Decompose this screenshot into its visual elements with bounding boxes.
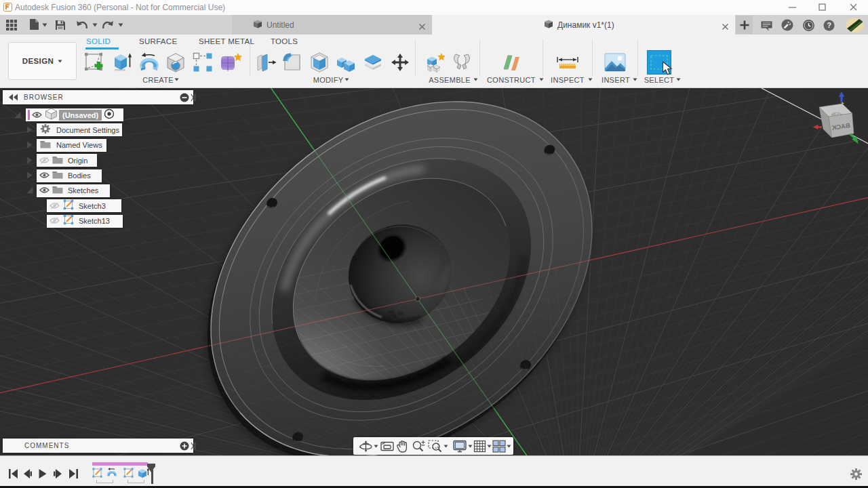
timeline-play-icon[interactable]	[38, 468, 47, 479]
construct-plane-icon[interactable]	[500, 52, 523, 73]
window-minimize-icon[interactable]	[788, 3, 797, 12]
dropdown-caret-icon[interactable]	[468, 445, 473, 448]
dropdown-caret-icon[interactable]	[58, 60, 62, 63]
panel-add-icon[interactable]	[180, 441, 189, 451]
collapsed-arrow-icon[interactable]	[26, 125, 33, 134]
visible-eye-icon[interactable]	[39, 171, 50, 179]
extrude-icon[interactable]	[111, 51, 133, 73]
comments-panel-header[interactable]: COMMENTS	[3, 439, 193, 453]
dropdown-caret-icon[interactable]	[374, 445, 378, 448]
app-grid-icon[interactable]	[6, 20, 17, 30]
panel-minimize-icon[interactable]	[180, 93, 189, 102]
save-icon[interactable]	[55, 20, 66, 30]
dropdown-caret-icon[interactable]	[42, 23, 47, 27]
dropdown-caret-icon[interactable]	[539, 78, 544, 81]
new-component-icon[interactable]	[425, 52, 448, 73]
timeline-settings-gear-icon[interactable]	[850, 468, 863, 481]
grid-settings-icon[interactable]	[473, 440, 486, 453]
dropdown-caret-icon[interactable]	[443, 445, 448, 448]
hidden-eye-icon[interactable]	[39, 157, 50, 164]
joint-icon[interactable]	[450, 52, 473, 73]
origin-marker[interactable]	[416, 297, 420, 302]
help-icon[interactable]: ?	[823, 20, 835, 31]
document-tab-untitled[interactable]: Untitled	[232, 15, 432, 35]
ribbon-tab-solid[interactable]: SOLID	[86, 37, 111, 45]
visible-eye-icon[interactable]	[32, 111, 42, 119]
window-maximize-icon[interactable]	[818, 3, 827, 12]
dropdown-caret-icon[interactable]	[633, 78, 637, 81]
timeline-sketch-icon[interactable]	[123, 467, 134, 479]
comment-icon[interactable]	[761, 21, 772, 31]
workspace-selector[interactable]: DESIGN	[8, 42, 77, 80]
measure-icon[interactable]	[555, 52, 580, 73]
new-tab-plus-icon[interactable]	[739, 20, 750, 30]
close-icon[interactable]	[418, 23, 426, 30]
browser-row-sketch3[interactable]: Sketch3	[47, 199, 121, 212]
dropdown-caret-icon[interactable]	[473, 78, 478, 81]
undo-icon[interactable]	[76, 20, 88, 30]
browser-panel-header[interactable]: BROWSER	[3, 90, 193, 104]
timeline-skip-end-icon[interactable]	[68, 468, 79, 479]
close-icon[interactable]	[722, 23, 729, 30]
split-body-icon[interactable]	[362, 52, 384, 73]
display-settings-icon[interactable]	[452, 440, 467, 453]
group-label-inspect[interactable]: INSPECT	[551, 76, 585, 84]
fillet-icon[interactable]	[281, 52, 303, 73]
browser-row-sketch13[interactable]: Sketch13	[47, 215, 123, 228]
dropdown-caret-icon[interactable]	[588, 78, 593, 81]
browser-row-root[interactable]: (Unsaved)	[26, 108, 123, 121]
collapsed-arrow-icon[interactable]	[26, 171, 33, 180]
ribbon-tab-sheet-metal[interactable]: SHEET METAL	[199, 37, 254, 45]
group-label-select[interactable]: SELECT	[644, 76, 675, 84]
window-close-icon[interactable]	[849, 3, 858, 12]
browser-row-origin[interactable]: Origin	[37, 154, 97, 167]
history-clock-icon[interactable]	[803, 20, 814, 31]
look-at-icon[interactable]	[380, 441, 394, 452]
collapse-panel-icon[interactable]	[8, 94, 18, 101]
browser-row-sketches[interactable]: Sketches	[37, 184, 110, 197]
dropdown-caret-icon[interactable]	[118, 23, 123, 27]
shell-icon[interactable]	[309, 52, 330, 73]
create-sketch-icon[interactable]	[84, 52, 106, 73]
revolve-icon[interactable]	[138, 52, 161, 73]
dropdown-caret-icon[interactable]	[344, 78, 349, 81]
browser-row-bodies[interactable]: Bodies	[37, 169, 102, 182]
ribbon-tab-tools[interactable]: TOOLS	[271, 37, 298, 45]
timeline-sketch-icon[interactable]	[92, 467, 103, 479]
file-icon[interactable]	[28, 18, 40, 30]
press-pull-icon[interactable]	[255, 52, 277, 73]
hidden-eye-icon[interactable]	[50, 217, 60, 224]
hole-icon[interactable]	[165, 52, 186, 73]
dropdown-caret-icon[interactable]	[174, 78, 179, 81]
avatar-image[interactable]	[846, 18, 864, 33]
panel-grip-icon[interactable]	[191, 441, 196, 451]
dropdown-caret-icon[interactable]	[487, 445, 492, 448]
combine-icon[interactable]	[335, 52, 357, 73]
create-form-icon[interactable]	[218, 52, 243, 73]
zoom-window-icon[interactable]	[428, 440, 443, 453]
new-tab-button[interactable]	[736, 16, 753, 34]
group-label-construct[interactable]: CONSTRUCT	[487, 76, 536, 84]
document-tab-active[interactable]: Динамик v1*(1)	[432, 15, 735, 35]
browser-row-document-settings[interactable]: Document Settings	[37, 123, 122, 136]
dropdown-caret-icon[interactable]	[507, 445, 511, 448]
expanded-arrow-icon[interactable]	[25, 186, 34, 195]
timeline-step-back-icon[interactable]	[22, 468, 33, 479]
browser-row-named-views[interactable]: Named Views	[37, 139, 106, 152]
expanded-arrow-icon[interactable]	[13, 110, 22, 119]
group-label-modify[interactable]: MODIFY	[313, 76, 344, 84]
orbit-icon[interactable]	[359, 440, 373, 453]
timeline-step-forward-icon[interactable]	[53, 468, 64, 479]
timeline-revolve-icon[interactable]	[106, 467, 118, 479]
timeline-skip-start-icon[interactable]	[8, 468, 18, 479]
visible-eye-icon[interactable]	[39, 186, 50, 194]
insert-image-icon[interactable]	[604, 52, 627, 73]
collapsed-arrow-icon[interactable]	[26, 156, 33, 165]
activate-radio-icon[interactable]	[104, 108, 115, 119]
group-label-insert[interactable]: INSERT	[601, 76, 630, 84]
group-label-create[interactable]: CREATE	[142, 76, 174, 84]
job-status-icon[interactable]	[781, 19, 793, 31]
zoom-icon[interactable]	[412, 440, 425, 453]
rectangular-pattern-icon[interactable]	[192, 52, 214, 73]
panel-grip-icon[interactable]	[191, 93, 196, 102]
